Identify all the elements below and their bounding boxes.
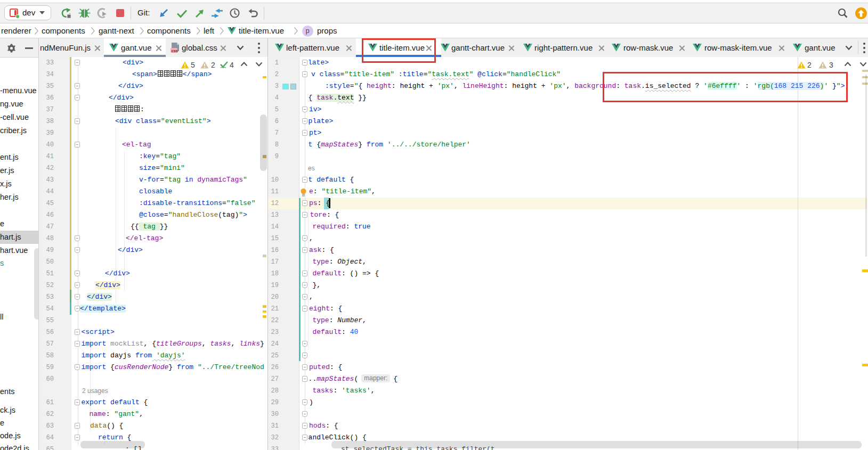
svg-text:css: css (172, 48, 179, 53)
